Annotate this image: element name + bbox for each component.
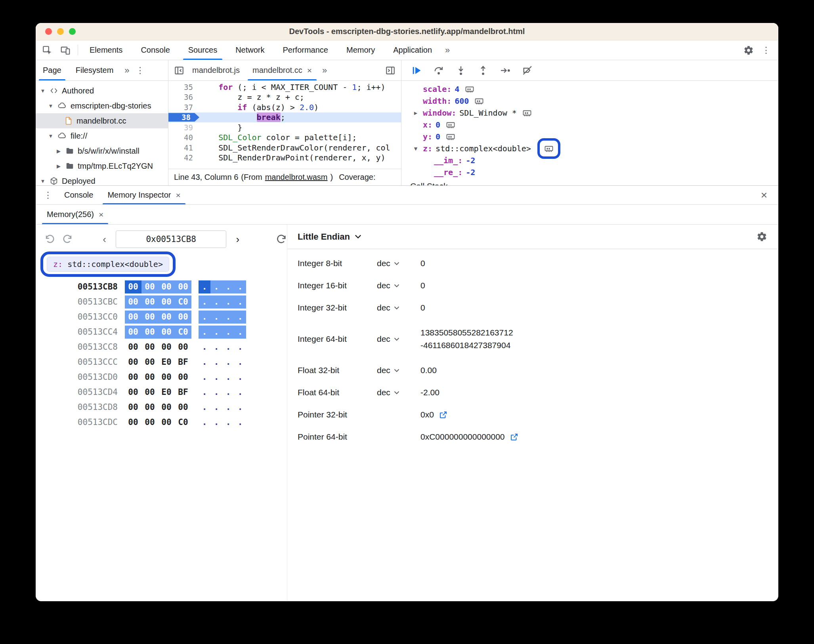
- ascii-cell[interactable]: .: [222, 341, 234, 354]
- format-dropdown[interactable]: dec: [377, 334, 420, 344]
- ascii-cell[interactable]: .: [222, 295, 234, 309]
- show-debugger-panel-icon[interactable]: [385, 65, 401, 76]
- hide-navigator-icon[interactable]: [168, 65, 186, 76]
- tree-item-mandelbrot-cc[interactable]: mandelbrot.cc: [36, 113, 168, 128]
- memory-chip-icon[interactable]: [446, 120, 455, 130]
- tab-sources[interactable]: Sources: [179, 40, 226, 60]
- ascii-cell[interactable]: .: [234, 401, 246, 414]
- close-window-button[interactable]: [45, 28, 52, 35]
- byte-cell[interactable]: 00: [141, 371, 158, 384]
- ascii-cell[interactable]: .: [234, 311, 246, 324]
- byte-cell[interactable]: 00: [141, 280, 158, 293]
- step-out-icon[interactable]: [478, 65, 489, 76]
- line-number[interactable]: 39: [168, 123, 199, 132]
- byte-cell[interactable]: 00: [141, 341, 158, 354]
- editor-tab-mandelbrot-js[interactable]: mandelbrot.js: [186, 60, 246, 80]
- format-dropdown[interactable]: dec: [377, 259, 420, 268]
- ascii-cell[interactable]: .: [222, 356, 234, 369]
- value-settings-gear-icon[interactable]: [757, 231, 767, 242]
- ascii-cell[interactable]: .: [199, 386, 210, 399]
- highlighted-object-tag[interactable]: z: std::complex<double>: [47, 257, 169, 272]
- byte-cell[interactable]: 00: [125, 341, 141, 354]
- byte-cell[interactable]: C0: [175, 416, 191, 429]
- chevron-down-icon[interactable]: ▼: [412, 145, 420, 152]
- drawer-menu-icon[interactable]: ⋮: [43, 190, 57, 200]
- format-dropdown[interactable]: dec: [377, 366, 420, 375]
- more-options-icon[interactable]: ⋮: [762, 45, 770, 55]
- tab-application[interactable]: Application: [384, 40, 441, 60]
- byte-cell[interactable]: 00: [158, 280, 175, 293]
- ascii-cell[interactable]: .: [199, 356, 210, 369]
- ascii-cell[interactable]: .: [210, 401, 222, 414]
- ascii-cell[interactable]: .: [234, 280, 246, 293]
- chevron-right-icon[interactable]: ▶: [55, 148, 62, 154]
- previous-page-icon[interactable]: ‹: [103, 234, 106, 244]
- ascii-cell[interactable]: .: [234, 341, 246, 354]
- line-number[interactable]: 41: [168, 143, 199, 152]
- line-number[interactable]: 37: [168, 103, 199, 112]
- ascii-cell[interactable]: .: [222, 280, 234, 293]
- endianness-dropdown[interactable]: Little Endian: [298, 232, 361, 242]
- ascii-cell[interactable]: .: [234, 356, 246, 369]
- byte-cell[interactable]: 00: [141, 295, 158, 309]
- ascii-cell[interactable]: .: [210, 341, 222, 354]
- maximize-window-button[interactable]: [69, 28, 76, 35]
- byte-cell[interactable]: 00: [125, 356, 141, 369]
- next-page-icon[interactable]: ›: [236, 234, 239, 244]
- history-forward-icon[interactable]: [62, 234, 73, 245]
- byte-cell[interactable]: 00: [158, 371, 175, 384]
- format-dropdown[interactable]: dec: [377, 303, 420, 312]
- chevron-down-icon[interactable]: ▼: [40, 88, 46, 94]
- byte-cell[interactable]: 00: [141, 326, 158, 339]
- format-dropdown[interactable]: dec: [377, 388, 420, 397]
- byte-cell[interactable]: 00: [125, 416, 141, 429]
- byte-cell[interactable]: 00: [125, 386, 141, 399]
- address-input[interactable]: 0x00513CB8: [116, 231, 227, 248]
- byte-cell[interactable]: BF: [175, 356, 191, 369]
- close-icon[interactable]: ×: [99, 210, 103, 219]
- byte-cell[interactable]: 00: [175, 371, 191, 384]
- memory-chip-icon[interactable]: [465, 84, 474, 94]
- step-over-icon[interactable]: [433, 65, 444, 76]
- chevron-right-icon[interactable]: ▶: [412, 110, 420, 116]
- tab-console[interactable]: Console: [132, 40, 179, 60]
- line-number[interactable]: 36: [168, 93, 199, 101]
- ascii-cell[interactable]: .: [199, 326, 210, 339]
- execution-line-marker[interactable]: 38: [168, 113, 199, 122]
- step-icon[interactable]: [500, 65, 511, 76]
- byte-cell[interactable]: 00: [141, 386, 158, 399]
- settings-gear-icon[interactable]: [743, 45, 754, 55]
- line-number[interactable]: 35: [168, 83, 199, 91]
- call-stack-header[interactable]: Call Stack: [401, 181, 778, 185]
- jump-to-pointer-icon[interactable]: [510, 432, 519, 442]
- tab-performance[interactable]: Performance: [274, 40, 338, 60]
- more-tabs-icon[interactable]: »: [441, 40, 454, 60]
- byte-cell[interactable]: 00: [158, 341, 175, 354]
- ascii-cell[interactable]: .: [210, 386, 222, 399]
- ascii-cell[interactable]: .: [234, 386, 246, 399]
- more-tabs-icon[interactable]: »: [120, 65, 133, 76]
- byte-cell[interactable]: 00: [141, 311, 158, 324]
- memory-buffer-tab[interactable]: Memory(256) ×: [40, 205, 111, 224]
- byte-cell[interactable]: 00: [158, 416, 175, 429]
- drawer-tab-console[interactable]: Console: [57, 186, 100, 204]
- byte-cell[interactable]: 00: [125, 326, 141, 339]
- ascii-cell[interactable]: .: [199, 295, 210, 309]
- ascii-cell[interactable]: .: [222, 416, 234, 429]
- ascii-cell[interactable]: .: [210, 356, 222, 369]
- byte-cell[interactable]: BF: [175, 386, 191, 399]
- ascii-cell[interactable]: .: [222, 311, 234, 324]
- tab-memory[interactable]: Memory: [337, 40, 384, 60]
- tree-item-tmp-folder[interactable]: ▶ tmp/tmp.ELcTq2YGN: [36, 158, 168, 173]
- ascii-cell[interactable]: .: [199, 311, 210, 324]
- byte-cell[interactable]: E0: [158, 386, 175, 399]
- scope-variable-window[interactable]: ▶ window: SDL_Window *: [401, 107, 778, 119]
- byte-cell[interactable]: 00: [125, 371, 141, 384]
- more-tabs-icon[interactable]: »: [318, 65, 331, 76]
- ascii-cell[interactable]: .: [210, 280, 222, 293]
- chevron-down-icon[interactable]: ▼: [48, 103, 54, 109]
- ascii-cell[interactable]: .: [234, 371, 246, 384]
- line-number[interactable]: 40: [168, 133, 199, 142]
- ascii-cell[interactable]: .: [222, 386, 234, 399]
- editor-tab-mandelbrot-cc[interactable]: mandelbrot.cc ×: [246, 60, 318, 80]
